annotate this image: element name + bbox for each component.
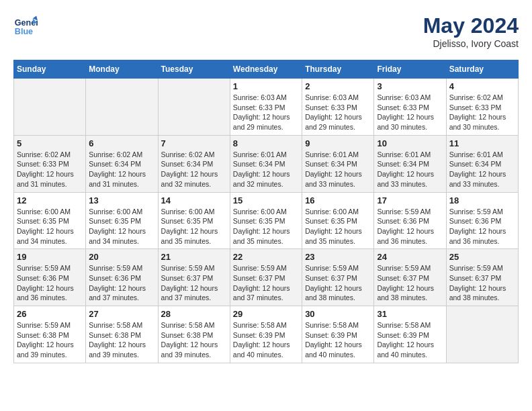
day-info: Sunrise: 6:02 AMSunset: 6:34 PMDaylight:… — [161, 150, 227, 189]
weekday-header-tuesday: Tuesday — [158, 60, 230, 79]
calendar-cell — [446, 306, 518, 363]
calendar-week-2: 5Sunrise: 6:02 AMSunset: 6:33 PMDaylight… — [14, 135, 519, 192]
calendar-cell: 10Sunrise: 6:01 AMSunset: 6:34 PMDayligh… — [374, 135, 446, 192]
day-number: 12 — [17, 195, 83, 205]
day-info: Sunrise: 6:01 AMSunset: 6:34 PMDaylight:… — [233, 150, 299, 189]
day-number: 13 — [89, 195, 154, 205]
calendar-cell: 5Sunrise: 6:02 AMSunset: 6:33 PMDaylight… — [14, 135, 86, 192]
day-number: 22 — [233, 252, 299, 262]
calendar-cell: 12Sunrise: 6:00 AMSunset: 6:35 PMDayligh… — [14, 192, 86, 249]
title-block: May 2024 Djelisso, Ivory Coast — [423, 13, 519, 49]
calendar-cell: 11Sunrise: 6:01 AMSunset: 6:34 PMDayligh… — [446, 135, 518, 192]
weekday-header-thursday: Thursday — [302, 60, 374, 79]
svg-text:Blue: Blue — [15, 27, 33, 36]
day-info: Sunrise: 5:59 AMSunset: 6:37 PMDaylight:… — [449, 263, 515, 303]
day-info: Sunrise: 6:02 AMSunset: 6:33 PMDaylight:… — [17, 150, 83, 189]
calendar-cell: 6Sunrise: 6:02 AMSunset: 6:34 PMDaylight… — [86, 135, 158, 192]
day-info: Sunrise: 6:03 AMSunset: 6:33 PMDaylight:… — [305, 93, 371, 132]
calendar-cell — [158, 79, 230, 136]
calendar-cell: 3Sunrise: 6:03 AMSunset: 6:33 PMDaylight… — [374, 79, 446, 136]
day-number: 24 — [377, 252, 443, 262]
page-header: General Blue May 2024 Djelisso, Ivory Co… — [13, 13, 519, 49]
weekday-header-monday: Monday — [86, 60, 158, 79]
calendar-cell: 31Sunrise: 5:58 AMSunset: 6:39 PMDayligh… — [374, 306, 446, 363]
day-info: Sunrise: 6:00 AMSunset: 6:35 PMDaylight:… — [17, 207, 83, 246]
day-number: 27 — [89, 309, 154, 319]
day-info: Sunrise: 6:00 AMSunset: 6:35 PMDaylight:… — [233, 207, 299, 246]
calendar-cell: 27Sunrise: 5:58 AMSunset: 6:38 PMDayligh… — [86, 306, 158, 363]
day-info: Sunrise: 6:02 AMSunset: 6:34 PMDaylight:… — [89, 150, 154, 189]
day-info: Sunrise: 6:03 AMSunset: 6:33 PMDaylight:… — [233, 93, 299, 132]
day-number: 17 — [377, 195, 443, 205]
day-info: Sunrise: 6:03 AMSunset: 6:33 PMDaylight:… — [377, 93, 443, 132]
day-info: Sunrise: 5:58 AMSunset: 6:38 PMDaylight:… — [161, 320, 227, 360]
day-info: Sunrise: 6:00 AMSunset: 6:35 PMDaylight:… — [89, 207, 154, 246]
day-info: Sunrise: 5:59 AMSunset: 6:36 PMDaylight:… — [377, 207, 443, 246]
day-number: 29 — [233, 309, 299, 319]
logo-icon: General Blue — [13, 13, 38, 38]
calendar-cell: 30Sunrise: 5:58 AMSunset: 6:39 PMDayligh… — [302, 306, 374, 363]
day-number: 19 — [17, 252, 83, 262]
day-info: Sunrise: 6:02 AMSunset: 6:33 PMDaylight:… — [449, 93, 515, 132]
day-info: Sunrise: 5:59 AMSunset: 6:38 PMDaylight:… — [17, 320, 83, 360]
day-info: Sunrise: 5:59 AMSunset: 6:36 PMDaylight:… — [89, 263, 154, 303]
day-info: Sunrise: 5:59 AMSunset: 6:36 PMDaylight:… — [17, 263, 83, 303]
calendar-week-4: 19Sunrise: 5:59 AMSunset: 6:36 PMDayligh… — [14, 249, 519, 306]
calendar-table: SundayMondayTuesdayWednesdayThursdayFrid… — [13, 60, 519, 363]
day-number: 26 — [17, 309, 83, 319]
day-info: Sunrise: 5:58 AMSunset: 6:39 PMDaylight:… — [377, 320, 443, 360]
calendar-week-3: 12Sunrise: 6:00 AMSunset: 6:35 PMDayligh… — [14, 192, 519, 249]
day-number: 25 — [449, 252, 515, 262]
day-number: 10 — [377, 138, 443, 148]
calendar-cell: 26Sunrise: 5:59 AMSunset: 6:38 PMDayligh… — [14, 306, 86, 363]
day-number: 6 — [89, 138, 154, 148]
day-number: 14 — [161, 195, 227, 205]
day-number: 18 — [449, 195, 515, 205]
calendar-cell: 21Sunrise: 5:59 AMSunset: 6:37 PMDayligh… — [158, 249, 230, 306]
day-number: 11 — [449, 138, 515, 148]
calendar-cell: 19Sunrise: 5:59 AMSunset: 6:36 PMDayligh… — [14, 249, 86, 306]
day-number: 23 — [305, 252, 371, 262]
day-number: 8 — [233, 138, 299, 148]
day-info: Sunrise: 6:01 AMSunset: 6:34 PMDaylight:… — [305, 150, 371, 189]
day-number: 31 — [377, 309, 443, 319]
day-info: Sunrise: 6:00 AMSunset: 6:35 PMDaylight:… — [305, 207, 371, 246]
day-number: 3 — [377, 81, 443, 91]
day-info: Sunrise: 6:01 AMSunset: 6:34 PMDaylight:… — [449, 150, 515, 189]
day-info: Sunrise: 5:58 AMSunset: 6:38 PMDaylight:… — [89, 320, 154, 360]
calendar-cell: 18Sunrise: 5:59 AMSunset: 6:36 PMDayligh… — [446, 192, 518, 249]
calendar-week-5: 26Sunrise: 5:59 AMSunset: 6:38 PMDayligh… — [14, 306, 519, 363]
day-info: Sunrise: 5:59 AMSunset: 6:37 PMDaylight:… — [377, 263, 443, 303]
day-number: 4 — [449, 81, 515, 91]
day-info: Sunrise: 5:59 AMSunset: 6:36 PMDaylight:… — [449, 207, 515, 246]
day-info: Sunrise: 5:59 AMSunset: 6:37 PMDaylight:… — [233, 263, 299, 303]
calendar-cell — [14, 79, 86, 136]
calendar-cell: 7Sunrise: 6:02 AMSunset: 6:34 PMDaylight… — [158, 135, 230, 192]
calendar-cell: 20Sunrise: 5:59 AMSunset: 6:36 PMDayligh… — [86, 249, 158, 306]
month-year-title: May 2024 — [423, 13, 519, 38]
day-number: 16 — [305, 195, 371, 205]
weekday-header-friday: Friday — [374, 60, 446, 79]
weekday-header-wednesday: Wednesday — [230, 60, 302, 79]
day-info: Sunrise: 6:00 AMSunset: 6:35 PMDaylight:… — [161, 207, 227, 246]
location-subtitle: Djelisso, Ivory Coast — [423, 38, 519, 49]
day-number: 1 — [233, 81, 299, 91]
calendar-cell: 23Sunrise: 5:59 AMSunset: 6:37 PMDayligh… — [302, 249, 374, 306]
calendar-cell: 22Sunrise: 5:59 AMSunset: 6:37 PMDayligh… — [230, 249, 302, 306]
day-number: 21 — [161, 252, 227, 262]
calendar-cell: 1Sunrise: 6:03 AMSunset: 6:33 PMDaylight… — [230, 79, 302, 136]
calendar-week-1: 1Sunrise: 6:03 AMSunset: 6:33 PMDaylight… — [14, 79, 519, 136]
calendar-cell: 16Sunrise: 6:00 AMSunset: 6:35 PMDayligh… — [302, 192, 374, 249]
day-info: Sunrise: 5:59 AMSunset: 6:37 PMDaylight:… — [305, 263, 371, 303]
day-number: 30 — [305, 309, 371, 319]
calendar-cell: 13Sunrise: 6:00 AMSunset: 6:35 PMDayligh… — [86, 192, 158, 249]
logo: General Blue — [13, 13, 38, 38]
weekday-header-saturday: Saturday — [446, 60, 518, 79]
day-number: 15 — [233, 195, 299, 205]
weekday-header-sunday: Sunday — [14, 60, 86, 79]
calendar-cell: 15Sunrise: 6:00 AMSunset: 6:35 PMDayligh… — [230, 192, 302, 249]
calendar-cell: 17Sunrise: 5:59 AMSunset: 6:36 PMDayligh… — [374, 192, 446, 249]
calendar-cell: 4Sunrise: 6:02 AMSunset: 6:33 PMDaylight… — [446, 79, 518, 136]
calendar-cell: 29Sunrise: 5:58 AMSunset: 6:39 PMDayligh… — [230, 306, 302, 363]
calendar-cell: 8Sunrise: 6:01 AMSunset: 6:34 PMDaylight… — [230, 135, 302, 192]
